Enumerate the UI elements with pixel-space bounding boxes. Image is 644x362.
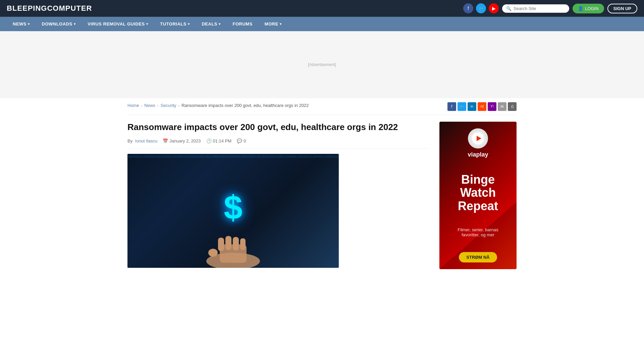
- search-input[interactable]: [514, 6, 565, 11]
- site-logo[interactable]: BLEEPINGCOMPUTER: [7, 4, 92, 13]
- article-date: January 2, 2023: [169, 138, 201, 143]
- content-wrapper: Home › News › Security › Ransomware impa…: [121, 98, 523, 269]
- breadcrumb-sep-3: ›: [178, 104, 180, 108]
- svg-rect-5: [240, 238, 246, 250]
- nav-item-more[interactable]: MORE ▾: [259, 17, 288, 31]
- main-layout: Ransomware impacts over 200 govt, edu, h…: [127, 115, 517, 269]
- breadcrumb: Home › News › Security › Ransomware impa…: [127, 98, 309, 111]
- viaplay-logo: viaplay: [468, 128, 488, 158]
- svg-rect-2: [218, 238, 224, 251]
- breadcrumb-sep-2: ›: [157, 104, 159, 108]
- ad-subtext: Filmer, serier, barnasfavoritter, og mer: [458, 227, 498, 237]
- twitter-icon[interactable]: 🐦: [476, 3, 486, 13]
- share-linkedin-button[interactable]: in: [468, 102, 476, 111]
- chevron-down-icon: ▾: [28, 22, 30, 26]
- user-icon: 👤: [578, 6, 583, 11]
- signup-button[interactable]: SIGN UP: [607, 4, 637, 13]
- hero-image-content: 1010110010110100101101001011010010110100…: [127, 154, 339, 268]
- breadcrumb-news[interactable]: News: [144, 103, 155, 108]
- search-icon: 🔍: [506, 6, 512, 11]
- article-comments-item[interactable]: 💬 0: [237, 138, 246, 143]
- breadcrumb-home[interactable]: Home: [127, 103, 139, 108]
- nav-item-tutorials[interactable]: TUTORIALS ▾: [154, 17, 196, 31]
- nav-label-deals: DEALS: [202, 21, 217, 26]
- breadcrumb-row: Home › News › Security › Ransomware impa…: [127, 98, 517, 115]
- nav-label-virus-removal: VIRUS REMOVAL GUIDES: [88, 21, 145, 26]
- chevron-down-icon: ▾: [188, 22, 190, 26]
- youtube-icon[interactable]: ▶: [489, 3, 499, 13]
- sidebar-advertisement[interactable]: viaplay Binge Watch Repeat Filmer, serie…: [439, 122, 517, 269]
- nav-label-more: MORE: [265, 21, 278, 26]
- article-author-link[interactable]: Ionut Ilascu: [135, 138, 158, 143]
- clock-icon: 🕐: [206, 138, 212, 143]
- article-hero-image: 1010110010110100101101001011010010110100…: [127, 154, 339, 268]
- share-print-button[interactable]: ⎙: [508, 102, 517, 111]
- logo-text-bold: COMPUTER: [47, 4, 92, 12]
- nav-item-deals[interactable]: DEALS ▾: [196, 17, 226, 31]
- article-by-label: By Ionut Ilascu: [127, 138, 157, 143]
- breadcrumb-sep-1: ›: [141, 104, 143, 108]
- login-label: LOGIN: [585, 6, 598, 11]
- nav-label-forums: FORUMS: [233, 21, 253, 26]
- viaplay-icon: [468, 128, 488, 148]
- calendar-icon: 📅: [163, 138, 168, 143]
- svg-point-6: [208, 249, 218, 257]
- svg-rect-4: [233, 237, 239, 250]
- sidebar-column: viaplay Binge Watch Repeat Filmer, serie…: [439, 122, 517, 269]
- binge-line3: Repeat: [458, 199, 498, 213]
- chevron-down-icon: ▾: [280, 22, 282, 26]
- article-meta: By Ionut Ilascu 📅 January 2, 2023 🕐 01:1…: [127, 138, 429, 148]
- share-yahoo-button[interactable]: Y!: [488, 102, 496, 111]
- binge-line2: Watch: [458, 186, 498, 199]
- share-facebook-button[interactable]: f: [447, 102, 456, 111]
- login-button[interactable]: 👤 LOGIN: [573, 4, 604, 13]
- article-time-item: 🕐 01:14 PM: [206, 138, 232, 143]
- dollar-sign: $: [224, 188, 243, 227]
- social-icons: f 🐦 ▶: [463, 3, 499, 13]
- share-twitter-button[interactable]: 🐦: [458, 102, 466, 111]
- header-right: f 🐦 ▶ 🔍 👤 LOGIN SIGN UP: [463, 3, 637, 13]
- ad-placeholder-text: [Advertisement]: [308, 62, 336, 67]
- svg-rect-3: [225, 236, 231, 250]
- strom-na-button[interactable]: STRØM NÅ: [459, 252, 497, 262]
- nav-item-downloads[interactable]: DOWNLOADS ▾: [36, 17, 82, 31]
- hand-svg: [200, 228, 267, 268]
- breadcrumb-security[interactable]: Security: [161, 103, 176, 108]
- article-date-item: 📅 January 2, 2023: [163, 138, 201, 143]
- viaplay-brand-name: viaplay: [468, 151, 488, 158]
- chevron-down-icon: ▾: [146, 22, 148, 26]
- main-nav: NEWS ▾ DOWNLOADS ▾ VIRUS REMOVAL GUIDES …: [0, 17, 644, 31]
- chevron-down-icon: ▾: [74, 22, 76, 26]
- nav-label-downloads: DOWNLOADS: [42, 21, 72, 26]
- binge-line1: Binge: [458, 173, 498, 186]
- article-comment-count: 0: [244, 138, 246, 143]
- share-email-button[interactable]: ✉: [498, 102, 506, 111]
- article-time: 01:14 PM: [213, 138, 232, 143]
- facebook-icon[interactable]: f: [463, 3, 473, 13]
- logo-text-normal: BLEEPING: [7, 4, 47, 12]
- binge-watch-repeat-text: Binge Watch Repeat: [458, 173, 498, 213]
- search-bar: 🔍: [502, 4, 569, 13]
- nav-item-news[interactable]: NEWS ▾: [7, 17, 36, 31]
- breadcrumb-current-page: Ransomware impacts over 200 govt, edu, h…: [181, 103, 309, 108]
- nav-item-virus-removal[interactable]: VIRUS REMOVAL GUIDES ▾: [82, 17, 154, 31]
- ad-banner-top: [Advertisement]: [0, 31, 644, 98]
- share-bar: f 🐦 in rd Y! ✉ ⎙: [447, 102, 517, 111]
- share-reddit-button[interactable]: rd: [478, 102, 486, 111]
- nav-label-tutorials: TUTORIALS: [160, 21, 186, 26]
- nav-item-forums[interactable]: FORUMS: [227, 17, 259, 31]
- site-header: BLEEPINGCOMPUTER f 🐦 ▶ 🔍 👤 LOGIN SIGN UP: [0, 0, 644, 17]
- article-column: Ransomware impacts over 200 govt, edu, h…: [127, 122, 429, 269]
- chevron-down-icon: ▾: [219, 22, 221, 26]
- comment-icon: 💬: [237, 138, 242, 143]
- article-title: Ransomware impacts over 200 govt, edu, h…: [127, 122, 429, 133]
- nav-label-news: NEWS: [13, 21, 26, 26]
